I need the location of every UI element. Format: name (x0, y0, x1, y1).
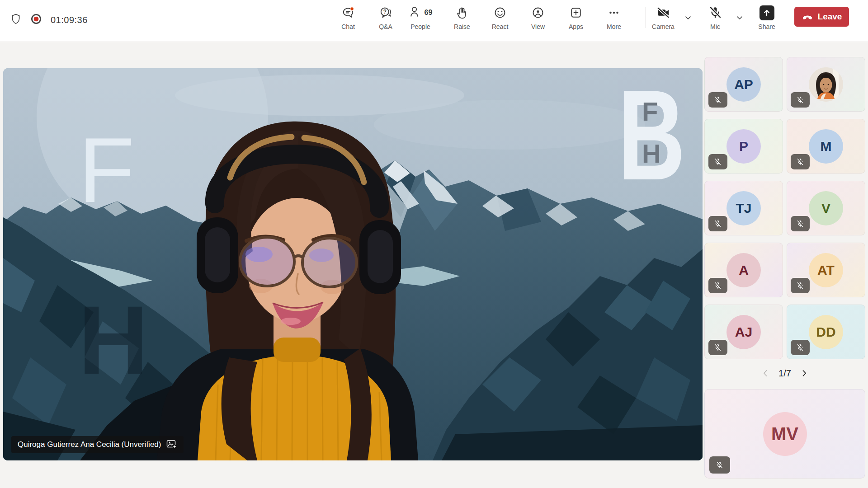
people-button[interactable]: 69 People (401, 5, 440, 30)
avatar-initials: AT (809, 253, 843, 287)
mic-muted-badge (708, 216, 727, 231)
mic-label: Mic (710, 23, 720, 30)
avatar-initials: AP (726, 67, 761, 102)
camera-options-chevron[interactable] (682, 12, 694, 23)
participant-tile[interactable]: P (704, 119, 783, 174)
speaker-name-label: Quiroga Gutierrez Ana Cecilia (Unverifie… (11, 436, 184, 453)
participants-rail: AP P (704, 57, 865, 479)
avatar-initials: MV (763, 412, 807, 456)
teams-meeting-window: 01:09:36 Chat ? (0, 0, 868, 488)
previous-page-button[interactable] (760, 367, 771, 379)
mic-muted-badge (708, 340, 727, 355)
chat-button[interactable]: Chat (332, 5, 364, 30)
participant-tile[interactable] (787, 57, 865, 112)
fhb-logo: B F H (618, 68, 685, 206)
mic-muted-badge (791, 92, 810, 108)
main-speaker-video[interactable]: F (3, 68, 703, 460)
mic-off-icon (708, 5, 722, 20)
leave-label: Leave (818, 12, 842, 22)
toolbar-separator (646, 7, 646, 28)
share-icon (760, 5, 774, 20)
participant-tile[interactable]: AJ (704, 305, 783, 359)
avatar-initials: M (809, 129, 843, 164)
mic-muted-badge (708, 278, 727, 293)
participant-tile[interactable]: TJ (704, 181, 783, 235)
view-button[interactable]: View (522, 5, 554, 30)
qna-label: Q&A (379, 23, 392, 30)
view-label: View (531, 23, 545, 30)
apps-label: Apps (569, 23, 583, 30)
svg-text:F: F (642, 97, 658, 126)
background-effects-icon (166, 440, 177, 450)
mic-button[interactable]: Mic (699, 5, 731, 30)
view-icon (531, 5, 545, 20)
mic-muted-badge (791, 154, 810, 169)
meeting-info: 01:09:36 (10, 13, 88, 27)
mic-muted-badge (709, 456, 730, 474)
watermark-letter-h: H (78, 286, 148, 394)
meeting-toolbar: 01:09:36 Chat ? (0, 0, 868, 42)
camera-button[interactable]: Camera (647, 5, 679, 30)
mic-muted-badge (791, 216, 810, 231)
leave-button[interactable]: Leave (794, 7, 849, 27)
avatar-initials: P (726, 129, 761, 164)
apps-button[interactable]: Apps (560, 5, 592, 30)
react-label: React (492, 23, 509, 30)
avatar-initials: DD (809, 315, 843, 349)
people-count: 69 (425, 9, 433, 17)
chat-label: Chat (341, 23, 355, 30)
share-button[interactable]: Share (750, 5, 783, 30)
page-indicator: 1/7 (778, 368, 791, 379)
shield-icon (10, 13, 22, 27)
qna-icon: ? (379, 5, 392, 20)
avatar-photo (809, 67, 843, 102)
participant-tile[interactable]: M (787, 119, 865, 174)
participant-tile[interactable]: AT (787, 243, 865, 297)
raise-hand-icon (455, 5, 469, 20)
raise-label: Raise (454, 23, 470, 30)
react-button[interactable]: React (484, 5, 516, 30)
mic-muted-badge (708, 92, 727, 108)
next-page-button[interactable] (798, 367, 810, 379)
mic-muted-badge (708, 154, 727, 169)
avatar-initials: A (726, 253, 761, 287)
camera-label: Camera (652, 23, 675, 30)
qna-button[interactable]: ? Q&A (369, 5, 402, 30)
more-ellipsis-icon (607, 5, 621, 20)
svg-text:H: H (642, 139, 661, 168)
mic-options-chevron[interactable] (734, 12, 745, 23)
more-label: More (607, 23, 621, 30)
speaker-name: Quiroga Gutierrez Ana Cecilia (Unverifie… (18, 440, 161, 449)
svg-text:B: B (618, 68, 685, 206)
avatar-initials: AJ (726, 315, 761, 349)
avatar-initials: TJ (726, 191, 761, 225)
share-label: Share (758, 23, 775, 30)
self-video-tile[interactable]: MV (704, 389, 865, 479)
chat-icon (341, 5, 355, 20)
raise-hand-button[interactable]: Raise (446, 5, 478, 30)
people-icon (409, 5, 422, 20)
participant-tile[interactable]: A (704, 243, 783, 297)
apps-icon (569, 5, 583, 20)
recording-indicator-icon (30, 13, 42, 27)
participant-tile[interactable]: DD (787, 305, 865, 359)
camera-off-icon (656, 5, 670, 20)
meeting-timer: 01:09:36 (51, 15, 88, 25)
mic-muted-badge (791, 340, 810, 355)
mic-muted-badge (791, 278, 810, 293)
self-tile-mount: MV (704, 389, 865, 479)
people-label: People (410, 23, 430, 30)
hangup-phone-icon (802, 11, 813, 23)
avatar-initials: V (809, 191, 843, 225)
participant-tiles-grid: AP P (704, 57, 865, 359)
participant-tile[interactable]: AP (704, 57, 783, 112)
participant-tile[interactable]: V (787, 181, 865, 235)
tiles-pagination: 1/7 (704, 363, 865, 384)
react-smiley-icon (493, 5, 507, 20)
svg-text:?: ? (383, 9, 387, 15)
more-button[interactable]: More (598, 5, 630, 30)
